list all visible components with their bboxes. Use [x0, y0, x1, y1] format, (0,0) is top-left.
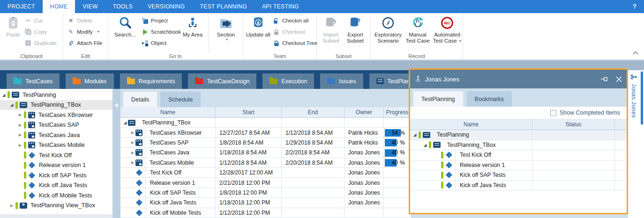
my-area-button[interactable]: My Area [180, 15, 206, 38]
horizontal-scrollbar[interactable] [0, 214, 112, 218]
tree-item[interactable]: Kick off Java Tests [0, 181, 112, 191]
scratchbook-button[interactable]: Scratchbook [141, 26, 181, 37]
tab-issues[interactable]: Issues [320, 73, 363, 89]
table-row[interactable]: Test Kick Off 12/28/2017 12:00 AM Jonas … [120, 168, 411, 178]
column-header-name[interactable]: Name [410, 119, 532, 130]
menu-versioning[interactable]: VERSIONING [140, 0, 192, 13]
exploratory-scenario-button[interactable]: Exploratory Scenario [374, 15, 403, 44]
tab-details[interactable]: Details [123, 92, 157, 107]
tree-item[interactable]: Release version 1 [0, 160, 112, 171]
collapse-ribbon-icon[interactable] [633, 51, 638, 56]
side-tab-jonas-jones[interactable]: Jonas Jones [630, 73, 637, 118]
panel-row[interactable]: Kick off SAP Tests [410, 170, 627, 181]
export-subset-button[interactable]: Export Subset [344, 15, 367, 44]
table-row[interactable]: Kick off SAP Tests 1/8/2018 12:00 PM Jon… [120, 188, 411, 198]
checkin-all-button[interactable]: Checkin all [272, 15, 317, 26]
tree-item-selected[interactable]: ◢TestPlanning_TBox [0, 100, 112, 110]
panel-tab-testplanning[interactable]: TestPlanning [413, 91, 463, 107]
help-icon[interactable]: ? [630, 0, 639, 13]
object-button[interactable]: Object [141, 37, 181, 49]
cut-button[interactable]: ✂Cut [24, 15, 57, 26]
panel-splitter[interactable] [112, 89, 120, 218]
attach-file-button[interactable]: Attach File [67, 37, 102, 49]
section-dropdown-icon[interactable] [225, 39, 228, 41]
manual-test-case-button[interactable]: Manual Test Case [404, 15, 432, 44]
expander-icon[interactable]: ▶ [17, 133, 23, 137]
automated-dropdown-icon[interactable] [459, 40, 462, 42]
checkout-button[interactable]: Checkout [272, 26, 317, 37]
tree-item[interactable]: Test Kick Off [0, 150, 112, 160]
panel-row[interactable]: Release version 1 [410, 160, 627, 171]
search-button[interactable]: Search... [112, 15, 138, 38]
tab-schedule[interactable]: Schedule [160, 92, 201, 107]
table-row[interactable]: ▶TestCases Mobile 1/12/2018 8:54 AM 2/20… [120, 158, 411, 168]
column-header-end[interactable]: End [282, 107, 344, 117]
panel-row[interactable]: Test Kick Off [410, 150, 627, 160]
column-header-owner[interactable]: Owner [344, 107, 384, 117]
tree-item[interactable]: Kick off SAP Tests [0, 170, 112, 181]
tree-item[interactable]: Kick off Mobile Tests [0, 190, 112, 201]
menu-home[interactable]: HOME [43, 0, 75, 13]
expander-icon[interactable]: ▶ [17, 123, 23, 127]
expander-icon[interactable]: ▶ [130, 131, 135, 135]
panel-tab-bookmarks[interactable]: Bookmarks [467, 91, 512, 107]
modify-button[interactable]: ✎Modify [67, 26, 102, 37]
tree-item[interactable]: ◢TestPlanning [0, 90, 112, 100]
close-icon[interactable] [616, 76, 622, 82]
expander-icon[interactable]: ▶ [130, 160, 135, 165]
expander-icon[interactable]: ◢ [412, 132, 418, 137]
expander-icon[interactable]: ▶ [9, 203, 15, 208]
table-row[interactable]: ▶TestCases SAP 1/8/2018 8:54 AM 1/29/201… [120, 138, 411, 148]
paste-button[interactable]: Paste [3, 15, 23, 38]
tree-item[interactable]: ▶TestCases Java [0, 130, 112, 140]
menu-api-testing[interactable]: API TESTING [255, 0, 307, 13]
show-completed-checkbox[interactable] [550, 110, 556, 116]
tab-requirements[interactable]: Requirements [120, 73, 182, 89]
update-all-button[interactable]: Update all [246, 15, 270, 38]
panel-header[interactable]: Jonas Jones [410, 70, 627, 88]
panel-row[interactable]: ◢TestPlanning [410, 130, 627, 140]
column-header-name[interactable]: Name [120, 107, 216, 117]
table-row[interactable]: ◢TestPlanning_TBox [120, 118, 411, 128]
panel-row[interactable]: Kick off Java Tests [410, 181, 627, 191]
expander-icon[interactable]: ▶ [17, 143, 23, 147]
tab-testcases[interactable]: TestCases [7, 73, 60, 89]
table-row[interactable]: ▶TestCases XBrowser 12/27/2017 8:54 AM 1… [120, 128, 411, 138]
tree-item[interactable]: ▶TestCases Mobile [0, 140, 112, 151]
expander-icon[interactable]: ▶ [17, 113, 23, 117]
tree-item[interactable]: ▶TestPlanning View_TBox [0, 201, 112, 211]
project-button[interactable]: Project [141, 15, 181, 26]
collapse-panel-icon[interactable] [115, 103, 118, 108]
menu-test-planning[interactable]: TEST PLANNING [193, 0, 255, 13]
duplicate-button[interactable]: Duplicate [24, 37, 57, 49]
panel-row[interactable]: ◢TestPlanning_TBox [410, 140, 627, 151]
menu-tools[interactable]: TOOLS [105, 0, 140, 13]
expander-icon[interactable]: ▶ [130, 151, 135, 155]
column-header-start[interactable]: Start [216, 107, 282, 117]
tree-item[interactable]: ▶TestCases XBrowser [0, 110, 112, 120]
expander-icon[interactable]: ◢ [422, 143, 428, 147]
expander-icon[interactable]: ◢ [122, 120, 128, 125]
tree-item[interactable]: ▶TestCases SAP [0, 120, 112, 131]
expander-icon[interactable]: ◢ [9, 102, 15, 107]
column-header-status[interactable]: Status [532, 119, 615, 130]
section-button[interactable]: Section [212, 15, 240, 41]
import-subset-button[interactable]: Import Subset [320, 15, 342, 44]
table-row[interactable]: Release version 1 2/21/2018 12:00 PM Jon… [120, 178, 411, 188]
expander-icon[interactable]: ▶ [130, 140, 135, 145]
expander-icon[interactable]: ◢ [1, 93, 7, 97]
tab-execution[interactable]: Execution [262, 73, 314, 89]
tab-modules[interactable]: Modules [66, 73, 113, 89]
table-row[interactable]: Kick off Mobile Tests 1/12/2018 12:00 PM [120, 208, 411, 218]
checkout-tree-button[interactable]: Checkout Tree [272, 37, 317, 49]
table-row[interactable]: ▶TestCases Java 1/18/2018 8:54 AM 2/2/20… [120, 148, 411, 158]
delete-button[interactable]: ✖Delete [67, 15, 102, 26]
column-header-progress[interactable]: Progress [384, 107, 411, 117]
pin-icon[interactable] [601, 76, 608, 82]
menu-view[interactable]: VIEW [75, 0, 105, 13]
tab-testcasedesign[interactable]: TestCaseDesign [188, 73, 256, 89]
copy-button[interactable]: Copy [24, 26, 57, 37]
automated-test-case-button[interactable]: REC Automated Test Case [433, 15, 462, 44]
modify-dropdown-icon[interactable] [97, 31, 100, 33]
menu-project[interactable]: PROJECT [0, 0, 43, 13]
